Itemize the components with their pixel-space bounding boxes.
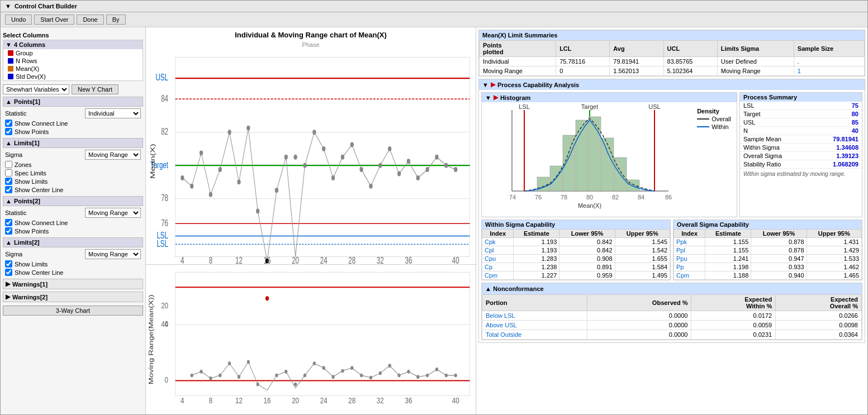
os-cpm-index: Cpm [674,271,705,280]
limits1-collapse[interactable]: ▲ [6,140,12,146]
statistic1-select[interactable]: Individual [85,108,141,118]
table-row: Above USL 0.0000 0.0059 0.0098 [482,321,862,330]
svg-point-93 [435,368,438,371]
columns-collapse-icon[interactable]: ▼ [6,41,12,48]
svg-text:8: 8 [209,255,213,265]
row-mr-lcl: 0 [556,66,610,76]
warnings1-collapse[interactable]: ▶ [6,280,10,288]
os-ppk-upper: 1.431 [807,238,861,246]
show-points1-checkbox[interactable] [5,128,12,135]
show-connect-line2-checkbox[interactable] [5,219,12,226]
show-limits2-label: Show Limits [15,261,48,268]
points1-collapse[interactable]: ▲ [6,98,12,105]
show-center-line2-checkbox[interactable] [5,269,12,276]
svg-text:28: 28 [348,396,355,406]
nc-below-lsl-within: 0.0172 [691,311,776,321]
svg-point-35 [341,155,344,160]
show-limits1-checkbox[interactable] [5,178,12,185]
nonconformance-section: ▲ Nonconformance Portion Observed % Expe… [481,283,862,340]
warnings1-header[interactable]: ▶ Warnings[1] [3,279,143,289]
show-connect-line2-row: Show Connect Line [3,218,143,227]
table-row: Stability Ratio 1.068209 [740,160,862,169]
warnings2-collapse[interactable]: ▶ [6,293,10,300]
row-individual-limits: User Defined [717,57,794,66]
capability-grid: Within Sigma Capability Index Estimate L… [481,220,862,280]
show-points2-checkbox[interactable] [5,227,12,235]
upper-chart-svg: USL 84 82 Target 78 [146,49,476,273]
histogram-svg: LSL Target USL [484,104,691,213]
ws-cpk-upper: 1.545 [615,238,670,246]
chart-type-select[interactable]: Shewhart Variables [3,84,69,94]
process-summary-header: Process Summary [740,93,862,102]
svg-point-46 [444,163,448,168]
svg-point-70 [209,376,212,380]
table-row: Ppu 1.241 0.947 1.533 [674,255,862,263]
table-row: Individual 75.78116 79.81941 83.85765 Us… [480,57,865,66]
nonconformance-table: Portion Observed % ExpectedWithin % Expe… [482,294,862,340]
ws-cp-lower: 0.891 [559,263,615,271]
ws-cpu-index: Cpu [482,255,514,263]
new-y-chart-button[interactable]: New Y Chart [72,84,118,94]
show-connect-line1-checkbox[interactable] [5,120,12,127]
svg-text:24: 24 [320,255,328,265]
columns-count-label: 4 Columns [14,41,45,48]
row-mr-avg: 1.562013 [610,66,663,76]
start-over-button[interactable]: Start Over [34,15,74,25]
nc-below-lsl-observed: 0.0000 [587,311,691,321]
points2-collapse[interactable]: ▲ [6,198,12,204]
histogram-collapse[interactable]: ▼ [485,94,491,101]
svg-text:4: 4 [181,255,184,265]
ws-cpu-upper: 1.655 [615,255,670,263]
svg-point-47 [454,167,457,172]
svg-point-38 [369,184,372,189]
svg-text:Target: Target [581,104,599,110]
table-row: Total Outside 0.0000 0.0231 0.0364 [482,330,862,340]
pca-collapse-icon[interactable]: ▼ [482,82,488,88]
sigma2-select[interactable]: Moving Range [85,249,141,259]
warnings2-header[interactable]: ▶ Warnings[2] [3,292,143,302]
limit-summaries-header: Mean(X) Limit Summaries [479,30,865,40]
svg-rect-122 [627,180,639,191]
spec-limits-checkbox[interactable] [5,169,12,177]
svg-text:Mean(X): Mean(X) [578,202,601,209]
os-pp-index: Pp [674,263,705,271]
svg-text:84: 84 [638,194,644,201]
show-center-line1-checkbox[interactable] [5,186,12,193]
by-button[interactable]: By [106,15,126,25]
sigma1-select[interactable]: Moving Range [85,150,141,160]
table-row: Sample Mean 79.81941 [740,135,862,144]
svg-text:Moving Range(Mean(X)): Moving Range(Mean(X)) [147,295,154,385]
svg-text:0: 0 [165,375,168,385]
collapse-icon[interactable]: ▼ [5,3,11,9]
os-cpm-upper: 1.465 [807,271,861,280]
ws-cpl-lower: 0.842 [559,246,615,255]
os-col-estimate: Estimate [705,230,751,238]
svg-point-44 [425,167,429,172]
zones-checkbox[interactable] [5,161,12,168]
points2-label: Points[2] [14,198,40,204]
ps-samplemean-label: Sample Mean [740,135,811,144]
ps-target-label: Target [740,110,811,118]
os-pp-est: 1.198 [705,263,751,271]
svg-point-30 [293,155,297,160]
svg-text:40: 40 [452,255,459,265]
svg-point-20 [200,150,203,155]
spec-limits-label: Spec Limits [15,170,46,177]
svg-point-88 [388,364,391,368]
show-center-line2-row: Show Center Line [3,268,143,276]
table-row: Cpk 1.193 0.842 1.545 [482,238,670,246]
limits2-collapse[interactable]: ▲ [6,239,12,246]
os-ppu-lower: 0.947 [751,255,807,263]
show-points1-row: Show Points [3,127,143,136]
ws-cpk-est: 1.193 [514,238,559,246]
overall-label: Overall [712,116,731,122]
overall-sigma-header: Overall Sigma Capability [673,220,862,229]
three-way-chart-button[interactable]: 3-Way Chart [3,306,143,316]
show-limits2-checkbox[interactable] [5,260,12,268]
undo-button[interactable]: Undo [5,15,32,25]
svg-point-84 [350,366,353,370]
statistic2-select[interactable]: Moving Range [85,208,141,218]
done-button[interactable]: Done [77,15,103,25]
svg-point-28 [275,188,278,193]
nonconf-collapse[interactable]: ▲ [485,285,491,292]
